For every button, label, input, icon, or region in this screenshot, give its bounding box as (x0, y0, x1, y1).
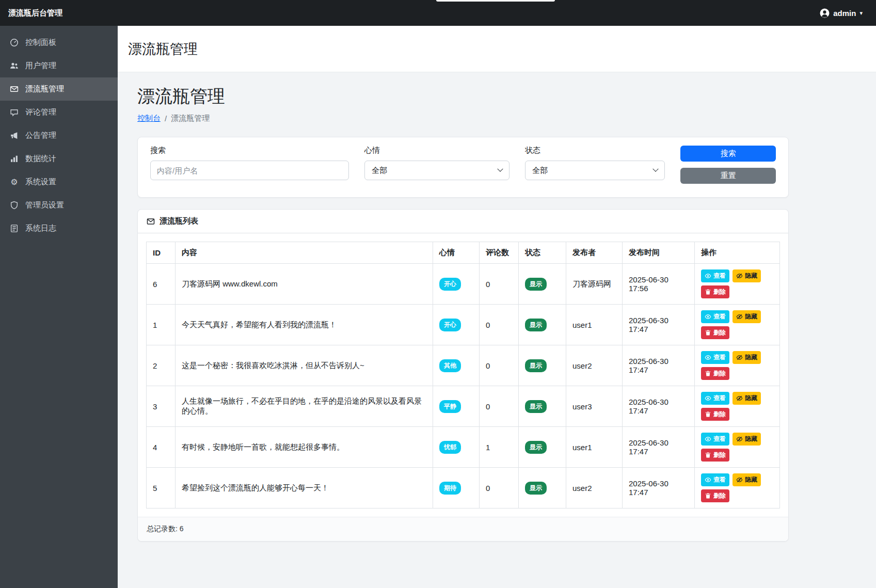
window-drag-handle (436, 0, 555, 2)
eye-icon (705, 354, 711, 361)
sidebar-item-admin-settings[interactable]: 管理员设置 (0, 194, 118, 217)
cell-id: 3 (147, 386, 176, 427)
status-select[interactable]: 全部 (525, 161, 665, 180)
record-count: 总记录数: 6 (138, 517, 788, 541)
gear-icon: ⚙ (10, 178, 19, 186)
sidebar-item-users[interactable]: 用户管理 (0, 54, 118, 77)
hide-button[interactable]: 隐藏 (732, 473, 761, 486)
view-button-label: 查看 (713, 312, 726, 321)
cell-content: 这是一个秘密：我很喜欢吃冰淇淋，但从不告诉别人~ (176, 345, 433, 386)
delete-button[interactable]: 删除 (701, 367, 729, 380)
action-line: 删除 (701, 489, 773, 502)
cell-time: 2025-06-30 17:47 (623, 345, 695, 386)
breadcrumb-home-link[interactable]: 控制台 (137, 114, 161, 123)
chart-bar-icon (10, 154, 19, 163)
cell-content: 有时候，安静地听一首歌，就能想起很多事情。 (176, 427, 433, 468)
search-button[interactable]: 搜索 (680, 146, 776, 162)
sidebar-item-dashboard[interactable]: 控制面板 (0, 31, 118, 54)
hide-button[interactable]: 隐藏 (732, 351, 761, 364)
view-button[interactable]: 查看 (701, 269, 729, 282)
sidebar-item-label: 公告管理 (25, 131, 56, 140)
eye-slash-icon (736, 436, 743, 442)
status-badge: 显示 (525, 278, 547, 291)
cell-comments: 0 (480, 345, 519, 386)
status-badge: 显示 (525, 441, 547, 454)
hide-button[interactable]: 隐藏 (732, 433, 761, 446)
main-content: 漂流瓶管理 漂流瓶管理 控制台 / 漂流瓶管理 搜索 心情 (118, 26, 876, 588)
cell-content: 人生就像一场旅行，不必在乎目的地，在乎的是沿途的风景以及看风景的心情。 (176, 386, 433, 427)
sidebar-item-label: 数据统计 (25, 154, 56, 164)
mood-field-group: 心情 全部 (364, 146, 509, 180)
megaphone-icon (10, 131, 19, 140)
view-button[interactable]: 查看 (701, 433, 729, 446)
view-button-label: 查看 (713, 435, 726, 443)
mood-select[interactable]: 全部 (364, 161, 509, 180)
user-avatar-icon (820, 8, 830, 18)
delete-button[interactable]: 删除 (701, 449, 729, 462)
body-wrap: 控制面板 用户管理 漂流瓶管理 评论管理 (0, 26, 876, 588)
delete-button[interactable]: 删除 (701, 408, 729, 421)
cell-id: 6 (147, 264, 176, 305)
col-header-status: 状态 (519, 242, 566, 264)
reset-button[interactable]: 重置 (680, 168, 776, 184)
table-header-row: ID 内容 心情 评论数 状态 发布者 发布时间 操作 (147, 242, 780, 264)
search-field-group: 搜索 (150, 146, 349, 180)
search-input[interactable] (150, 161, 349, 180)
sidebar-item-comments[interactable]: 评论管理 (0, 101, 118, 124)
cell-time: 2025-06-30 17:47 (623, 427, 695, 468)
log-icon (10, 224, 19, 233)
action-line: 查看 隐藏 (701, 310, 773, 323)
delete-button-label: 删除 (713, 491, 726, 500)
col-header-content: 内容 (176, 242, 433, 264)
action-line: 查看 隐藏 (701, 473, 773, 486)
sidebar-item-announcements[interactable]: 公告管理 (0, 124, 118, 147)
sidebar-item-bottles[interactable]: 漂流瓶管理 (0, 77, 118, 101)
cell-comments: 1 (480, 427, 519, 468)
action-line: 删除 (701, 285, 773, 298)
cell-status: 显示 (519, 468, 566, 508)
cell-id: 1 (147, 305, 176, 345)
app-brand[interactable]: 漂流瓶后台管理 (8, 8, 62, 18)
action-line: 删除 (701, 449, 773, 462)
cell-content: 希望捡到这个漂流瓶的人能够开心每一天！ (176, 468, 433, 508)
eye-icon (705, 476, 711, 483)
search-label: 搜索 (150, 146, 349, 155)
cell-status: 显示 (519, 264, 566, 305)
delete-button[interactable]: 删除 (701, 326, 729, 339)
eye-slash-icon (736, 313, 743, 320)
table-row: 5 希望捡到这个漂流瓶的人能够开心每一天！ 期待 0 显示 user2 2025… (147, 468, 780, 508)
sidebar-item-logs[interactable]: 系统日志 (0, 217, 118, 240)
trash-icon (705, 370, 711, 377)
sidebar-item-label: 系统设置 (25, 177, 56, 187)
hide-button[interactable]: 隐藏 (732, 269, 761, 282)
cell-mood: 忧郁 (433, 427, 480, 468)
eye-slash-icon (736, 273, 743, 279)
cell-time: 2025-06-30 17:56 (623, 264, 695, 305)
view-button[interactable]: 查看 (701, 310, 729, 323)
bottle-table: ID 内容 心情 评论数 状态 发布者 发布时间 操作 (146, 242, 780, 508)
cell-actions: 查看 隐藏 删除 (695, 345, 780, 386)
col-header-mood: 心情 (433, 242, 480, 264)
trash-icon (705, 492, 711, 499)
delete-button[interactable]: 删除 (701, 489, 729, 502)
view-button-label: 查看 (713, 272, 726, 280)
cell-content: 今天天气真好，希望能有人看到我的漂流瓶！ (176, 305, 433, 345)
sidebar-item-statistics[interactable]: 数据统计 (0, 147, 118, 170)
cell-status: 显示 (519, 345, 566, 386)
cell-status: 显示 (519, 427, 566, 468)
col-header-time: 发布时间 (623, 242, 695, 264)
table-row: 4 有时候，安静地听一首歌，就能想起很多事情。 忧郁 1 显示 user1 20… (147, 427, 780, 468)
bottle-list-card-header: 漂流瓶列表 (138, 210, 788, 233)
table-row: 6 刀客源码网 www.dkewl.com 开心 0 显示 刀客源码网 2025… (147, 264, 780, 305)
hide-button[interactable]: 隐藏 (732, 310, 761, 323)
user-menu[interactable]: admin ▾ (820, 8, 863, 18)
view-button[interactable]: 查看 (701, 473, 729, 486)
sidebar-item-settings[interactable]: ⚙ 系统设置 (0, 170, 118, 194)
filter-buttons: 搜索 重置 (680, 146, 776, 184)
hide-button[interactable]: 隐藏 (732, 392, 761, 405)
view-button[interactable]: 查看 (701, 392, 729, 405)
delete-button[interactable]: 删除 (701, 285, 729, 298)
cell-publisher: user3 (566, 386, 623, 427)
view-button[interactable]: 查看 (701, 351, 729, 364)
sidebar-item-label: 控制面板 (25, 38, 56, 47)
